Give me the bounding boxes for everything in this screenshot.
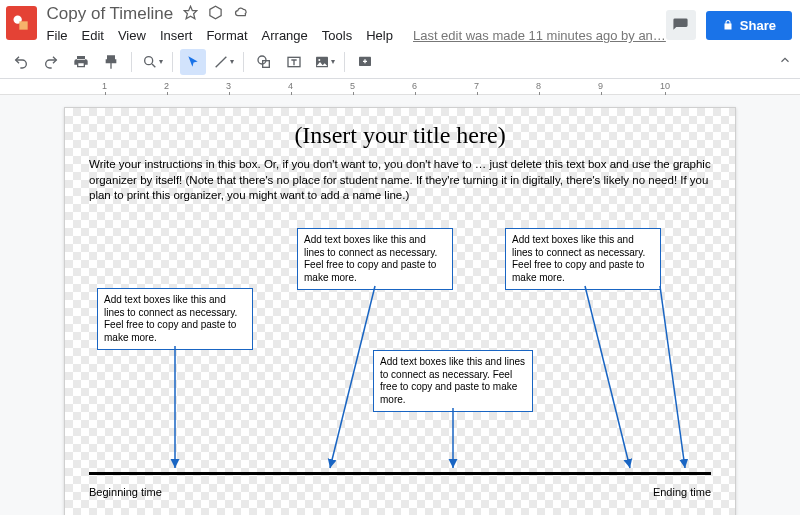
move-icon[interactable]	[208, 5, 223, 24]
image-tool[interactable]: ▾	[311, 49, 337, 75]
ruler-tick: 4	[288, 81, 293, 91]
drawings-logo[interactable]	[6, 6, 37, 40]
ruler-tick: 3	[226, 81, 231, 91]
app-header: Copy of Timeline File Edit View Insert F…	[0, 0, 800, 45]
ruler-tick: 6	[412, 81, 417, 91]
ruler-tick: 1	[102, 81, 107, 91]
toolbar-separator	[344, 52, 345, 72]
menu-bar: File Edit View Insert Format Arrange Too…	[47, 24, 666, 43]
svg-point-9	[318, 59, 320, 61]
note-box-top-right[interactable]: Add text boxes like this and lines to co…	[505, 228, 661, 290]
menu-insert[interactable]: Insert	[160, 28, 193, 43]
undo-button[interactable]	[8, 49, 34, 75]
svg-rect-1	[20, 21, 28, 29]
star-icon[interactable]	[183, 5, 198, 24]
ruler-tick: 9	[598, 81, 603, 91]
menu-help[interactable]: Help	[366, 28, 393, 43]
slide-title[interactable]: (Insert your title here)	[65, 108, 735, 149]
menu-view[interactable]: View	[118, 28, 146, 43]
svg-line-4	[215, 56, 226, 67]
textbox-tool[interactable]	[281, 49, 307, 75]
ruler-tick: 7	[474, 81, 479, 91]
ending-time-label[interactable]: Ending time	[653, 486, 711, 498]
menu-format[interactable]: Format	[206, 28, 247, 43]
insert-comment-button[interactable]	[352, 49, 378, 75]
beginning-time-label[interactable]: Beginning time	[89, 486, 162, 498]
svg-line-12	[330, 286, 375, 468]
comments-button[interactable]	[666, 10, 696, 40]
cloud-icon[interactable]	[233, 5, 250, 24]
zoom-button[interactable]: ▾	[139, 49, 165, 75]
last-edit-link[interactable]: Last edit was made 11 minutes ago by an…	[413, 28, 666, 43]
share-button[interactable]: Share	[706, 11, 792, 40]
document-title[interactable]: Copy of Timeline	[47, 4, 174, 24]
menu-arrange[interactable]: Arrange	[262, 28, 308, 43]
paint-format-button[interactable]	[98, 49, 124, 75]
menu-file[interactable]: File	[47, 28, 68, 43]
ruler-tick: 8	[536, 81, 541, 91]
toolbar-separator	[131, 52, 132, 72]
svg-line-14	[585, 286, 630, 468]
svg-line-15	[660, 286, 685, 468]
lock-icon	[722, 19, 734, 31]
toolbar-separator	[243, 52, 244, 72]
shape-tool[interactable]	[251, 49, 277, 75]
ruler-tick: 2	[164, 81, 169, 91]
instructions-text[interactable]: Write your instructions in this box. Or,…	[65, 149, 735, 204]
toolbar-separator	[172, 52, 173, 72]
ruler-tick: 10	[660, 81, 670, 91]
ruler-tick: 5	[350, 81, 355, 91]
toolbar: ▾ ▾ ▾	[0, 45, 800, 79]
header-right: Share	[666, 4, 792, 40]
svg-point-3	[144, 56, 152, 64]
select-tool[interactable]	[180, 49, 206, 75]
redo-button[interactable]	[38, 49, 64, 75]
timeline-bar[interactable]	[89, 472, 711, 475]
svg-marker-2	[184, 6, 197, 19]
drawing-page[interactable]: (Insert your title here) Write your inst…	[64, 107, 736, 515]
share-label: Share	[740, 18, 776, 33]
collapse-toolbar-button[interactable]	[778, 53, 792, 71]
line-tool[interactable]: ▾	[210, 49, 236, 75]
title-block: Copy of Timeline File Edit View Insert F…	[47, 4, 666, 43]
menu-tools[interactable]: Tools	[322, 28, 352, 43]
note-box-bottom[interactable]: Add text boxes like this and lines to co…	[373, 350, 533, 412]
canvas-stage: (Insert your title here) Write your inst…	[0, 95, 800, 515]
menu-edit[interactable]: Edit	[82, 28, 104, 43]
horizontal-ruler[interactable]: 1 2 3 4 5 6 7 8 9 10	[0, 79, 800, 95]
print-button[interactable]	[68, 49, 94, 75]
note-box-left[interactable]: Add text boxes like this and lines to co…	[97, 288, 253, 350]
note-box-top-mid[interactable]: Add text boxes like this and lines to co…	[297, 228, 453, 290]
